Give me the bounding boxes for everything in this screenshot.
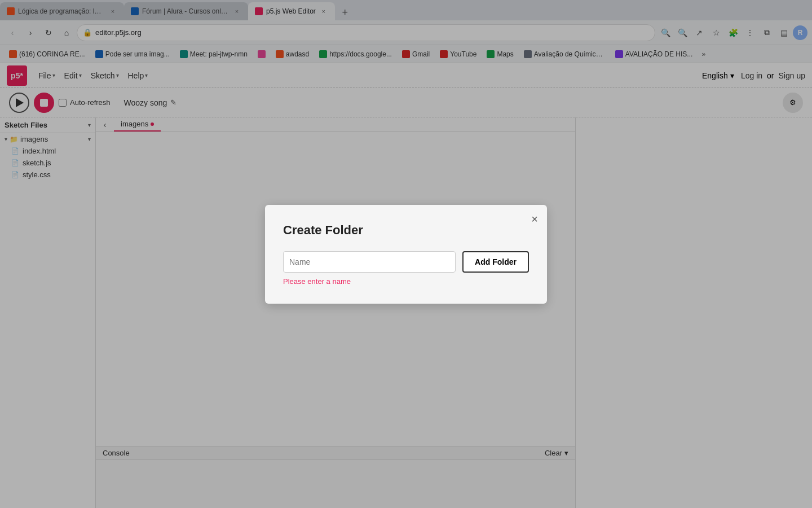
modal-overlay[interactable]: × Create Folder Add Folder Please enter … [0,0,812,508]
modal-input-row: Add Folder [283,251,529,273]
modal-error-text: Please enter a name [283,277,529,286]
modal-title: Create Folder [283,223,529,238]
add-folder-button[interactable]: Add Folder [462,251,529,273]
create-folder-modal: × Create Folder Add Folder Please enter … [265,205,547,304]
modal-close-button[interactable]: × [531,213,538,226]
folder-name-input[interactable] [283,251,456,273]
